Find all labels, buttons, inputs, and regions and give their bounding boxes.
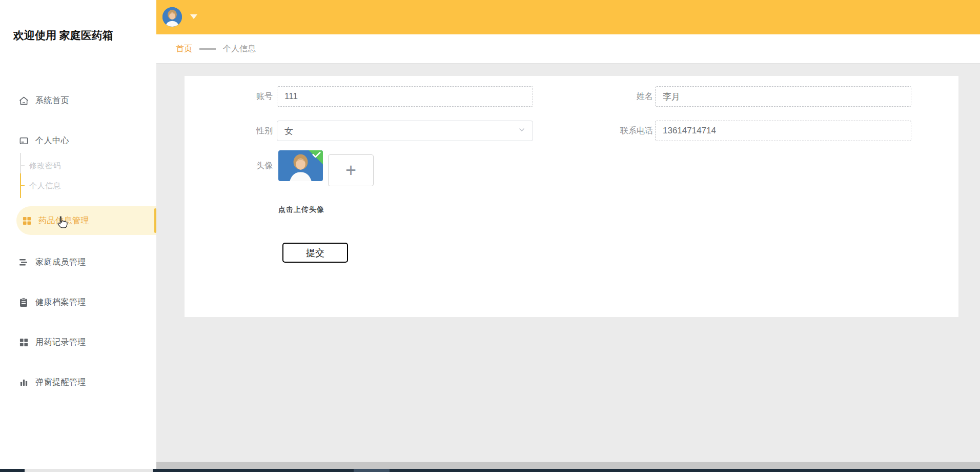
account-input[interactable] (277, 86, 533, 107)
breadcrumb-home-link[interactable]: 首页 (176, 44, 192, 54)
list-icon (18, 257, 29, 267)
topbar (156, 0, 980, 34)
name-label: 姓名 (586, 86, 653, 107)
account-label: 账号 (206, 86, 273, 107)
bar-chart-icon (18, 377, 29, 387)
sidebar-subitem-label: 修改密码 (29, 161, 61, 171)
sidebar-item-family-members[interactable]: 家庭成员管理 (0, 247, 156, 277)
sidebar-item-medicine-info[interactable]: 药品信息管理 (16, 206, 156, 235)
breadcrumb-separator (199, 48, 216, 50)
name-input[interactable] (655, 86, 911, 107)
breadcrumb-current: 个人信息 (223, 44, 256, 54)
clipboard-icon (18, 297, 29, 307)
gender-select[interactable]: 女 (277, 121, 533, 141)
sidebar-subitem-label: 个人信息 (29, 181, 61, 191)
sidebar-subitem-personal-info[interactable]: 个人信息 (0, 175, 156, 196)
horizontal-scrollbar[interactable] (156, 462, 980, 469)
sidebar-item-label: 系统首页 (35, 95, 69, 106)
plus-icon: + (345, 161, 356, 180)
app-title: 欢迎使用 家庭医药箱 (13, 27, 141, 44)
sidebar-item-medication-records[interactable]: 用药记录管理 (0, 327, 156, 357)
home-icon (18, 95, 29, 106)
chevron-down-icon (518, 126, 525, 135)
active-accent-bar (154, 208, 156, 233)
sidebar-subitem-change-password[interactable]: 修改密码 (0, 155, 156, 176)
submit-button[interactable]: 提交 (282, 243, 348, 263)
sidebar-item-system-home[interactable]: 系统首页 (0, 86, 156, 115)
bottom-edge-light-segment (25, 469, 153, 472)
sidebar-item-label: 个人中心 (35, 135, 69, 146)
sidebar-item-health-records[interactable]: 健康档案管理 (0, 287, 156, 317)
sidebar-item-personal-center[interactable]: 个人中心 (0, 126, 156, 155)
breadcrumb: 首页 个人信息 (156, 34, 980, 64)
user-avatar[interactable] (162, 7, 182, 27)
gender-label: 性别 (206, 121, 273, 141)
upload-hint-text: 点击上传头像 (278, 205, 324, 214)
sidebar-item-label: 药品信息管理 (38, 215, 89, 226)
sidebar-item-label: 健康档案管理 (35, 297, 86, 308)
sidebar-item-popup-reminders[interactable]: 弹窗提醒管理 (0, 367, 156, 397)
content-area: 账号 姓名 性别 女 联系电话 头像 (156, 64, 980, 462)
bottom-scrollbar-thumb[interactable] (354, 469, 390, 472)
avatar-label: 头像 (206, 155, 273, 176)
grid-icon (18, 337, 29, 347)
upload-avatar-button[interactable]: + (328, 154, 374, 186)
panel-icon (18, 135, 29, 146)
sidebar-item-label: 用药记录管理 (35, 337, 86, 348)
profile-form-card: 账号 姓名 性别 女 联系电话 头像 (185, 76, 958, 317)
dropdown-caret-icon[interactable] (190, 14, 197, 19)
phone-label: 联系电话 (586, 121, 653, 141)
sidebar: 欢迎使用 家庭医药箱 系统首页 个人中心 修改密码 个人信息 药品信息管理 (0, 0, 156, 469)
avatar-thumbnail[interactable] (278, 150, 323, 181)
sidebar-item-label: 弹窗提醒管理 (35, 377, 86, 388)
phone-input[interactable] (655, 121, 911, 141)
grid-icon (22, 215, 32, 226)
gender-select-value: 女 (284, 125, 518, 137)
sidebar-item-label: 家庭成员管理 (35, 257, 86, 268)
bottom-window-edge (0, 469, 980, 472)
